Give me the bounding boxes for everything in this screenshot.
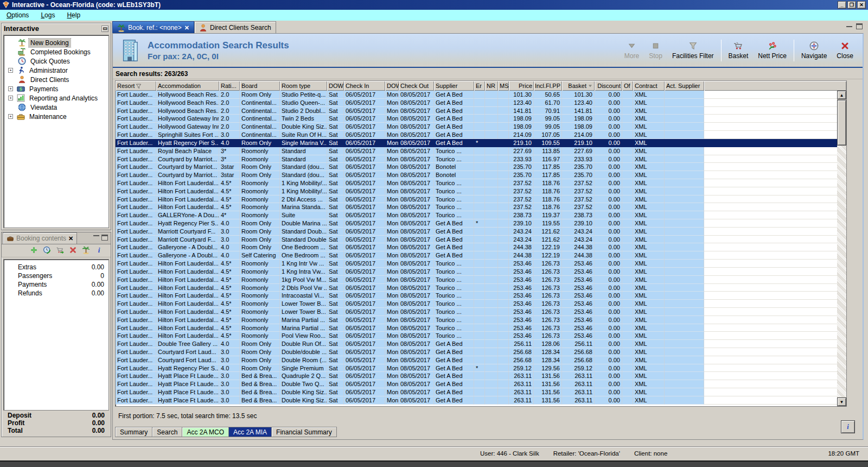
column-header-room-type[interactable]: Room type — [280, 81, 327, 91]
table-row[interactable]: Fort Lauder...Hyatt Regency Pier S...4.0… — [116, 219, 837, 228]
sidebar-item-maintenance[interactable]: +Maintenance — [4, 112, 108, 121]
scrollbar-track[interactable] — [837, 146, 846, 397]
close-button[interactable]: Close — [832, 39, 858, 62]
table-row[interactable]: Fort Lauder...Hilton Fort Lauderdal...4.… — [116, 268, 837, 276]
column-header-nr[interactable]: NR — [485, 81, 498, 91]
table-row[interactable]: Fort Lauder...Galleryone - A Doubl...4.0… — [116, 243, 837, 251]
column-header-incl-fl-pp[interactable]: Incl.Fl.PP — [534, 81, 562, 91]
table-row[interactable]: Fort Lauder...Hilton Fort Lauderdal...4.… — [116, 260, 837, 268]
scroll-down-icon[interactable]: ▼ — [837, 397, 846, 406]
table-row[interactable]: Fort Lauder...Hilton Fort Lauderdal...4.… — [116, 195, 837, 204]
expand-icon[interactable]: + — [8, 114, 13, 119]
tab-direct-clients-search[interactable]: Direct Clients Search — [194, 21, 276, 34]
table-row[interactable]: Fort Lauder...Galleryone - A Doubl...4.0… — [116, 251, 837, 260]
table-row[interactable]: Fort Lauder...Hollywood Beach Res...2.0C… — [116, 99, 837, 107]
column-header-of[interactable]: Of — [622, 81, 633, 91]
tab-book-ref-none[interactable]: Book. ref.: <none>✕ — [112, 21, 194, 34]
basket-button[interactable]: Basket — [724, 39, 754, 62]
tab-close-icon[interactable]: ✕ — [184, 24, 189, 31]
navigate-button[interactable]: Navigate — [796, 39, 832, 62]
table-row[interactable]: Fort Lauder...Hyatt Place Ft Laude...3.0… — [116, 380, 837, 388]
panel-minimize-icon[interactable] — [93, 235, 99, 236]
vertical-scrollbar[interactable]: ▲ ▼ — [837, 91, 846, 406]
panel-maximize-icon[interactable] — [101, 235, 108, 241]
column-header-accommodation[interactable]: Accommodation — [156, 81, 219, 91]
palm-button[interactable] — [82, 246, 90, 255]
panel-minimize-icon[interactable]: ▭ — [101, 26, 108, 32]
table-row[interactable]: Fort Lauder...Royal Beach Palace3*Roomon… — [116, 147, 837, 155]
move-to-basket-button[interactable] — [56, 246, 64, 255]
table-row-selected[interactable]: Fort Lauder...Hyatt Regency Pier S...4.0… — [116, 139, 837, 147]
table-row[interactable]: Fort Lauder...Courtyard by Marriot...3st… — [116, 163, 837, 171]
sidebar-item-quick-quotes[interactable]: Quick Quotes — [4, 56, 108, 66]
column-header-check-in[interactable]: Check In — [344, 81, 385, 91]
expand-icon[interactable]: + — [8, 86, 13, 91]
table-row[interactable]: Fort Lauder...Hilton Fort Lauderdal...4.… — [116, 203, 837, 211]
sidebar-item-viewdata[interactable]: Viewdata — [4, 103, 108, 112]
close-window-button[interactable]: ✕ — [857, 1, 866, 9]
table-row[interactable]: Fort Lauder...Hilton Fort Lauderdal...4.… — [116, 179, 837, 187]
table-row[interactable]: Fort Lauder...Hilton Fort Lauderdal...4.… — [116, 332, 837, 340]
menu-options[interactable]: Options — [7, 11, 29, 19]
table-row[interactable]: Fort Lauder...Hyatt Place Ft Laude...3.0… — [116, 372, 837, 380]
refresh-clock-button[interactable] — [43, 246, 51, 255]
table-row[interactable]: Fort Lauder...Hyatt Place Ft Laude...3.0… — [116, 396, 837, 405]
table-row[interactable]: Fort Lauder...Hollywood Beach Res...2.0R… — [116, 91, 837, 99]
table-row[interactable]: Fort Lauder...Hollywood Beach Res...2.0C… — [116, 107, 837, 115]
bottom-tab-search[interactable]: Search — [152, 427, 182, 437]
delete-button[interactable] — [69, 246, 77, 255]
sidebar-item-new-booking[interactable]: New Booking — [4, 38, 108, 47]
table-row[interactable]: Fort Lauder...Hilton Fort Lauderdal...4.… — [116, 187, 837, 195]
table-row[interactable]: Fort Lauder...Courtyard by Marriot...3st… — [116, 171, 837, 179]
info-button[interactable]: i — [95, 246, 103, 255]
table-row[interactable]: Fort Lauder...Hilton Fort Lauderdal...4.… — [116, 292, 837, 300]
column-header-ms[interactable]: MS — [498, 81, 509, 91]
bottom-tab-summary[interactable]: Summary — [115, 427, 152, 437]
table-row[interactable]: Fort Lauder...Hilton Fort Lauderdal...4.… — [116, 300, 837, 308]
sidebar-item-completed-bookings[interactable]: Completed Bookings — [4, 47, 108, 56]
info-button[interactable]: i — [841, 420, 855, 433]
table-row[interactable]: Fort Lauder...Hilton Fort Lauderdal...4.… — [116, 324, 837, 332]
facilities-filter-button[interactable]: Facilities Filter — [667, 39, 719, 62]
column-header-contract[interactable]: Contract — [633, 81, 665, 91]
table-row[interactable]: Fort Lauder...Courtyard by Marriot...3*R… — [116, 155, 837, 163]
table-row[interactable]: Fort Lauder...Hilton Fort Lauderdal...4.… — [116, 316, 837, 324]
table-row[interactable]: Fort Lauder...Hyatt Regency Pier S...4.0… — [116, 364, 837, 373]
column-header-discount[interactable]: Discount — [595, 81, 622, 91]
column-header-dow[interactable]: DOW — [385, 81, 399, 91]
column-header-supplier[interactable]: Supplier — [434, 81, 474, 91]
sidebar-item-administrator[interactable]: +Administrator — [4, 66, 108, 75]
table-row[interactable]: Fort Lauder...Courtyard Fort Laud...3.0R… — [116, 348, 837, 356]
expand-icon[interactable]: + — [8, 68, 13, 73]
table-row[interactable]: Fort Lauder...Hyatt Place Ft Laude...3.0… — [116, 388, 837, 396]
column-header-dow[interactable]: DOW — [327, 81, 344, 91]
column-header-price[interactable]: Price — [509, 81, 534, 91]
table-row[interactable]: Fort Lauder...Hilton Fort Lauderdal...4.… — [116, 276, 837, 284]
panel-minimize-icon[interactable] — [846, 26, 852, 27]
sidebar-item-reporting-and-analytics[interactable]: +Reporting and Analytics — [4, 93, 108, 103]
column-header-act-supplier[interactable]: Act. Supplier — [665, 81, 704, 91]
table-row[interactable]: Fort Lauder...Hollywood Gateway Inn2.0Co… — [116, 115, 837, 123]
sidebar-item-payments[interactable]: +$Payments — [4, 84, 108, 93]
restore-button[interactable]: ❐ — [847, 1, 856, 9]
booking-contents-tab[interactable]: Booking contents ✕ — [3, 232, 77, 244]
table-row[interactable]: Fort Lauder...Double Tree Gallery ...4.0… — [116, 340, 837, 348]
nett-price-button[interactable]: Nett Price — [753, 39, 792, 62]
panel-maximize-icon[interactable] — [856, 23, 863, 29]
menu-logs[interactable]: Logs — [41, 11, 55, 19]
add-button[interactable] — [30, 246, 38, 255]
menu-help[interactable]: Help — [67, 11, 80, 19]
minimize-button[interactable]: _ — [838, 1, 846, 9]
booking-contents-close-icon[interactable]: ✕ — [68, 235, 73, 242]
column-header-check-out[interactable]: Check Out — [399, 81, 434, 91]
sidebar-item-direct-clients[interactable]: Direct Clients — [4, 75, 108, 84]
table-row[interactable]: Fort Lauder...Hollywood Gateway Inn2.0Co… — [116, 123, 837, 131]
table-row[interactable]: Fort Lauder...Springhill Suites Fort ...… — [116, 131, 837, 139]
column-header-board[interactable]: Board — [240, 81, 280, 91]
table-row[interactable]: Fort Lauder...Marriott Courtyard F...3.0… — [116, 228, 837, 236]
expand-icon[interactable]: + — [8, 96, 13, 100]
table-row[interactable]: Fort Lauder...Courtyard Fort Laud...3.0R… — [116, 356, 837, 364]
scroll-up-icon[interactable]: ▲ — [837, 91, 846, 99]
bottom-tab-acc-2a-mia[interactable]: Acc 2A MIA — [228, 427, 272, 437]
table-row[interactable]: Fort Lauder...GALLERYone- A Dou...4*Room… — [116, 211, 837, 219]
